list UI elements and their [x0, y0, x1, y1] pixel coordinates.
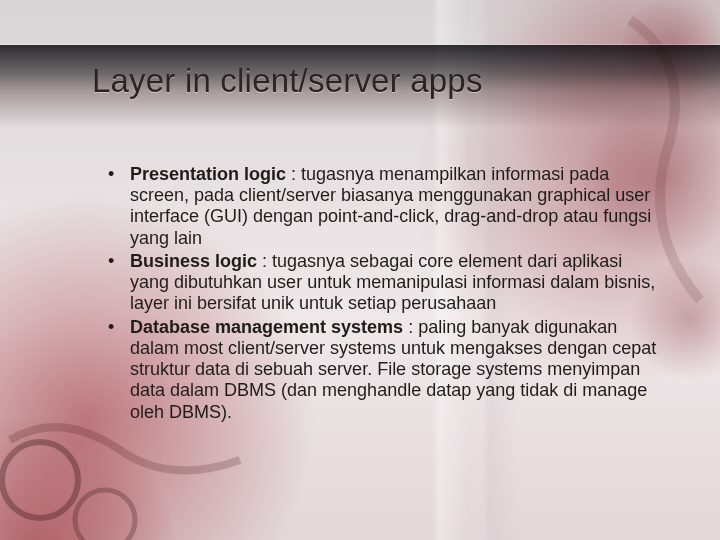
svg-point-4 — [2, 442, 78, 518]
slide-title: Layer in client/server apps — [92, 62, 483, 100]
list-item: Database management systems : paling ban… — [108, 317, 662, 423]
bullet-term: Business logic — [130, 251, 257, 271]
list-item: Business logic : tugasnya sebagai core e… — [108, 251, 662, 315]
slide-body: Presentation logic : tugasnya menampilka… — [108, 164, 662, 425]
bullet-list: Presentation logic : tugasnya menampilka… — [108, 164, 662, 423]
list-item: Presentation logic : tugasnya menampilka… — [108, 164, 662, 249]
svg-point-5 — [75, 490, 135, 540]
bullet-term: Presentation logic — [130, 164, 286, 184]
bullet-term: Database management systems — [130, 317, 403, 337]
